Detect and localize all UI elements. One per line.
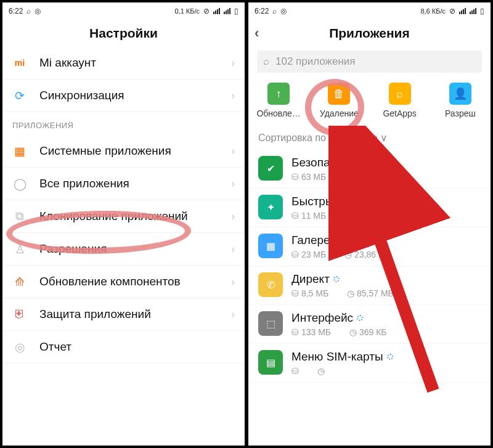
- tab-updates[interactable]: ↑ Обновле…: [248, 83, 309, 118]
- app-storage: ⛁ 8,5 МБ: [291, 288, 328, 298]
- instagram-icon: ◎: [35, 7, 41, 15]
- app-row[interactable]: ✔ Безопасность ⛁ 63 МБ ◷ 182 МБ: [248, 150, 491, 189]
- app-icon: ✔: [258, 156, 283, 181]
- battery-icon: ▯: [234, 7, 238, 15]
- clone-icon: ⧉: [12, 209, 27, 224]
- app-storage: ⛁ 23 МБ: [291, 250, 326, 259]
- app-row[interactable]: ⬚ Интерфейс ⛁ 133 МБ ◷ 369 КБ: [248, 305, 491, 344]
- sync-icon: ⟳: [12, 88, 27, 103]
- chevron-right-icon: ›: [231, 243, 235, 256]
- status-bar: 6:22 ⌕ ◎ 8,6 КБ/с ⊘ ▯: [248, 2, 491, 20]
- app-time: ◷: [317, 366, 325, 376]
- app-icon: ⬚: [258, 311, 283, 336]
- no-sim-icon: ⊘: [203, 7, 210, 15]
- clock: 6:22: [9, 7, 23, 15]
- signal-icon-2: [470, 8, 476, 14]
- search-placeholder: 102 приложения: [275, 55, 356, 68]
- right-screenshot: 6:22 ⌕ ◎ 8,6 КБ/с ⊘ ▯ ‹ Приложения ⌕ 102…: [248, 2, 491, 446]
- mi-icon: mi: [12, 55, 27, 70]
- app-time: ◷ 369 КБ: [349, 327, 386, 337]
- chevron-right-icon: ›: [231, 308, 235, 321]
- search-icon: ⌕: [26, 7, 31, 15]
- settings-list: mi Mi аккаунт › ⟳ Синхронизация › ПРИЛОЖ…: [2, 47, 245, 446]
- row-report[interactable]: ◎ Отчет: [2, 331, 245, 364]
- loading-icon: [387, 354, 393, 360]
- app-storage: ⛁ 11 МБ: [291, 211, 326, 221]
- no-sim-icon: ⊘: [449, 7, 455, 15]
- battery-icon: ▯: [480, 7, 484, 15]
- app-name: Директ: [291, 272, 481, 286]
- chevron-right-icon: ›: [231, 145, 235, 158]
- signal-icon-2: [224, 8, 230, 14]
- app-storage: ⛁ 133 МБ: [291, 327, 331, 337]
- chevron-right-icon: ›: [231, 210, 235, 223]
- app-time: ◷ 85,57 МБ: [347, 288, 394, 298]
- network-speed: 8,6 КБ/с: [420, 7, 446, 15]
- row-app-protection[interactable]: ⛨ Защита приложений ›: [2, 298, 245, 331]
- person-icon: 👤: [449, 83, 471, 105]
- app-name: Безопасность: [291, 156, 481, 169]
- tab-permissions[interactable]: 👤 Разреш: [430, 83, 491, 118]
- app-icon: ✦: [258, 195, 283, 219]
- row-all-apps[interactable]: ◯ Все приложения ›: [2, 168, 245, 200]
- row-mi-account[interactable]: mi Mi аккаунт ›: [2, 47, 245, 79]
- tab-uninstall[interactable]: 🗑 Удаление: [309, 83, 369, 118]
- loading-icon: [340, 237, 346, 243]
- app-icon: ▦: [258, 234, 283, 258]
- app-name: Меню SIM-карты: [291, 350, 481, 364]
- grid-icon: ▦: [12, 144, 27, 158]
- app-time: ◷ 182 МБ: [344, 172, 384, 182]
- search-icon: ⌕: [272, 7, 277, 15]
- app-row[interactable]: ✦ Быстрые приложения ⛁ 11 МБ ◷ 274 МБ: [248, 189, 491, 227]
- app-row[interactable]: ✆ Директ ⛁ 8,5 МБ ◷ 85,57 МБ: [248, 266, 491, 305]
- instagram-icon: ◎: [280, 7, 287, 15]
- tab-getapps[interactable]: ⌕ GetApps: [370, 83, 430, 118]
- apps-icon: ◯: [12, 176, 27, 191]
- loading-icon: [357, 315, 363, 321]
- app-row[interactable]: ▦ Галерея ⛁ 23 МБ ◷ 23,86 МБ: [248, 227, 491, 266]
- back-button[interactable]: ‹: [255, 25, 259, 41]
- loading-icon: [333, 276, 340, 282]
- page-title: ‹ Приложения: [248, 20, 491, 47]
- search-icon: ⌕: [263, 55, 269, 68]
- chevron-right-icon: ›: [231, 89, 235, 102]
- row-sync[interactable]: ⟳ Синхронизация ›: [2, 79, 245, 112]
- row-clone-apps[interactable]: ⧉ Клонирование приложений ›: [2, 200, 245, 233]
- tab-bar: ↑ Обновле… 🗑 Удаление ⌕ GetApps 👤 Разреш: [248, 76, 491, 122]
- left-screenshot: 6:22 ⌕ ◎ 0,1 КБ/с ⊘ ▯ Настройки mi Mi ак…: [2, 2, 245, 446]
- update-icon: ⟰: [12, 274, 27, 289]
- signal-icon: [213, 8, 220, 14]
- row-component-updates[interactable]: ⟰ Обновление компонентов ›: [2, 266, 245, 298]
- row-permissions[interactable]: ♙ Разрешения ›: [2, 233, 245, 266]
- loading-icon: [414, 198, 420, 205]
- update-icon: ↑: [267, 83, 290, 105]
- search-bar[interactable]: ⌕ 102 приложения: [257, 51, 482, 73]
- chevron-right-icon: ›: [231, 57, 235, 70]
- chevron-right-icon: ›: [231, 275, 235, 288]
- status-bar: 6:22 ⌕ ◎ 0,1 КБ/с ⊘ ▯: [2, 2, 245, 20]
- report-icon: ◎: [12, 340, 27, 354]
- app-row[interactable]: ▤ Меню SIM-карты ⛁ ◷: [248, 344, 491, 383]
- chevron-right-icon: ›: [231, 177, 235, 190]
- app-name: Быстрые приложения: [291, 195, 481, 208]
- app-list: ✔ Безопасность ⛁ 63 МБ ◷ 182 МБ ✦ Быстры…: [248, 150, 491, 446]
- row-system-apps[interactable]: ▦ Системные приложения ›: [2, 135, 245, 168]
- app-name: Галерея: [291, 234, 481, 247]
- app-time: ◷ 274 МБ: [344, 211, 384, 221]
- sort-dropdown[interactable]: Сортировка по состоянию ∨: [248, 122, 491, 150]
- loading-icon: [370, 160, 376, 166]
- signal-icon: [459, 8, 466, 14]
- clock: 6:22: [255, 7, 269, 15]
- app-storage: ⛁: [291, 366, 299, 376]
- shield-icon: ⛨: [12, 307, 27, 322]
- app-icon: ▤: [258, 350, 283, 375]
- permissions-icon: ♙: [12, 242, 27, 256]
- app-time: ◷ 23,86 МБ: [344, 250, 391, 259]
- trash-icon: 🗑: [328, 83, 350, 105]
- app-storage: ⛁ 63 МБ: [291, 172, 326, 182]
- app-name: Интерфейс: [291, 311, 481, 325]
- section-apps: ПРИЛОЖЕНИЯ: [2, 112, 245, 135]
- shop-icon: ⌕: [389, 83, 411, 105]
- app-icon: ✆: [258, 272, 283, 297]
- network-speed: 0,1 КБ/с: [174, 7, 200, 15]
